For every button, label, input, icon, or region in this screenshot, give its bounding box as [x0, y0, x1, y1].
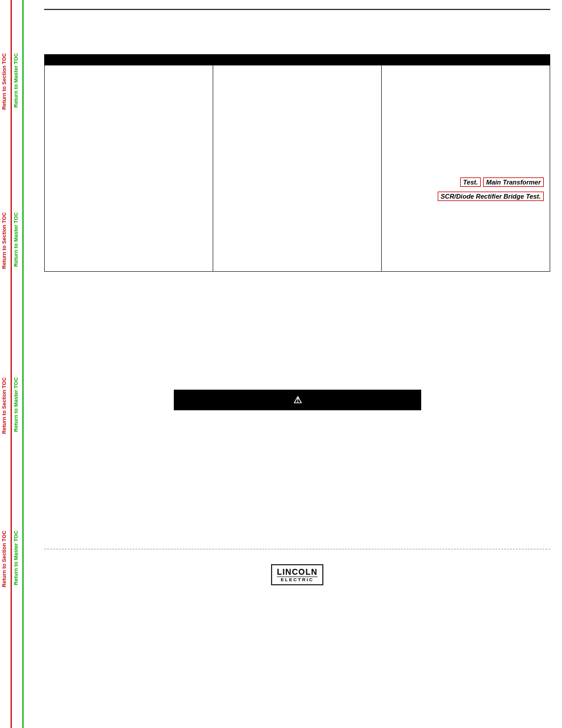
dashed-separator — [44, 549, 550, 549]
black-bar-col-1 — [45, 54, 213, 65]
return-master-toc-link-2[interactable]: Return to Master TOC — [13, 212, 19, 267]
warning-triangle-icon: ⚠ — [293, 394, 302, 406]
ref-line-1: Test. Main Transformer — [460, 177, 544, 187]
footer: LINCOLN ELECTRIC — [44, 555, 550, 594]
return-section-toc-link-3[interactable]: Return to Section TOC — [1, 377, 7, 434]
return-section-toc-link-4[interactable]: Return to Section TOC — [1, 531, 7, 587]
middle-section: ⚠ — [44, 390, 550, 543]
warning-bar: ⚠ — [174, 390, 421, 410]
black-bar-col-3 — [382, 54, 550, 65]
content-col-3: Test. Main Transformer SCR/Diode Rectifi… — [382, 65, 550, 271]
scr-diode-boxed: SCR/Diode Rectifier Bridge Test. — [438, 192, 544, 201]
black-bar-col-2 — [213, 54, 382, 65]
test-boxed-label: Test. — [460, 177, 481, 187]
return-section-toc-link-1[interactable]: Return to Section TOC — [1, 53, 7, 110]
return-master-toc-link-3[interactable]: Return to Master TOC — [13, 377, 19, 432]
return-section-toc-link-2[interactable]: Return to Section TOC — [1, 212, 7, 269]
references-container: Test. Main Transformer SCR/Diode Rectifi… — [388, 177, 544, 201]
ref-line-2: SCR/Diode Rectifier Bridge Test. — [438, 192, 544, 201]
main-table: Test. Main Transformer SCR/Diode Rectifi… — [44, 19, 550, 272]
content-col-2 — [213, 65, 382, 271]
lincoln-text: LINCOLN — [277, 567, 318, 577]
main-content: Test. Main Transformer SCR/Diode Rectifi… — [32, 0, 562, 728]
table-content-row: Test. Main Transformer SCR/Diode Rectifi… — [45, 65, 550, 271]
electric-text: ELECTRIC — [281, 577, 314, 582]
return-master-toc-link-1[interactable]: Return to Master TOC — [13, 53, 19, 108]
top-divider — [44, 9, 550, 10]
main-transformer-boxed: Main Transformer — [483, 177, 544, 187]
content-col-1 — [45, 65, 213, 271]
table-header-row — [45, 19, 550, 54]
header-col-2 — [213, 19, 382, 54]
return-master-toc-link-4[interactable]: Return to Master TOC — [13, 531, 19, 585]
lincoln-electric-logo: LINCOLN ELECTRIC — [271, 564, 323, 585]
header-col-1 — [45, 19, 213, 54]
header-col-3 — [382, 19, 550, 54]
table-black-bar — [45, 54, 550, 65]
